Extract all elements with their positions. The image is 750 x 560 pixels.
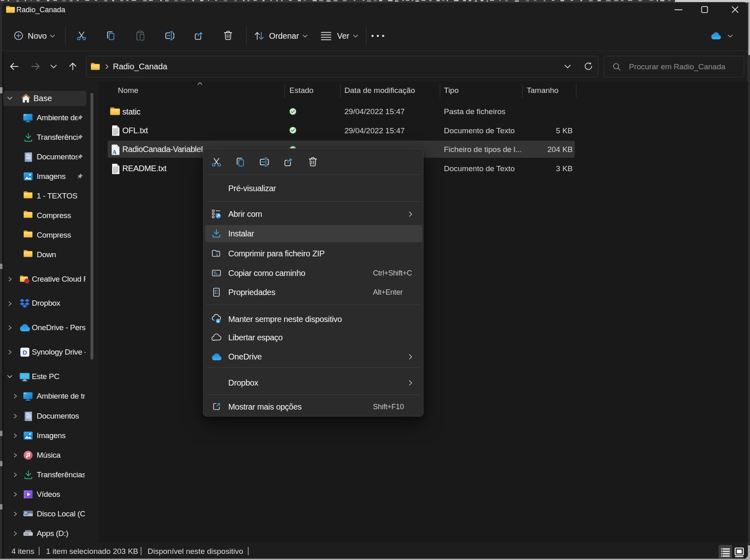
svg-text:D: D xyxy=(23,349,27,356)
svg-text:A: A xyxy=(112,149,117,155)
